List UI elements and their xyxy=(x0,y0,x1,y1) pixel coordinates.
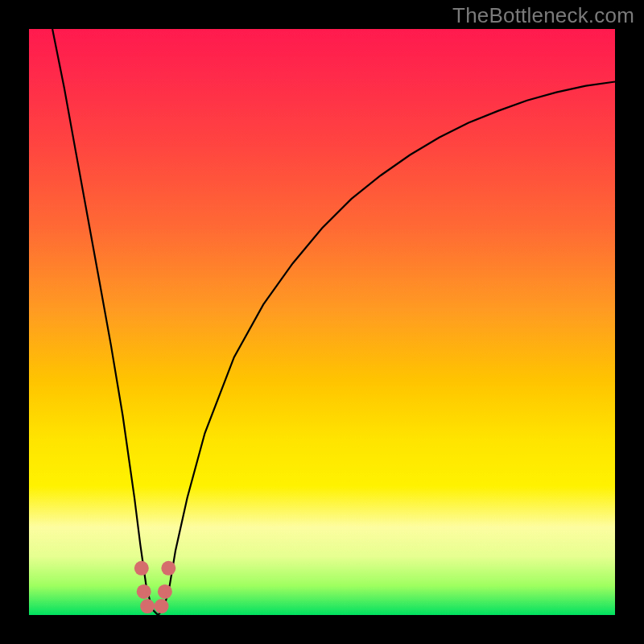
highlight-dot xyxy=(134,561,149,576)
curve-svg xyxy=(29,29,615,615)
highlight-dot xyxy=(140,599,155,613)
bottleneck-curve xyxy=(52,29,615,615)
highlight-dots xyxy=(134,561,176,613)
watermark-text: TheBottleneck.com xyxy=(452,3,634,28)
highlight-dot xyxy=(158,584,172,599)
chart-frame: TheBottleneck.com xyxy=(0,0,644,644)
highlight-dot xyxy=(161,561,175,576)
highlight-dot xyxy=(137,584,151,599)
plot-area xyxy=(29,29,615,615)
highlight-dot xyxy=(155,599,169,613)
